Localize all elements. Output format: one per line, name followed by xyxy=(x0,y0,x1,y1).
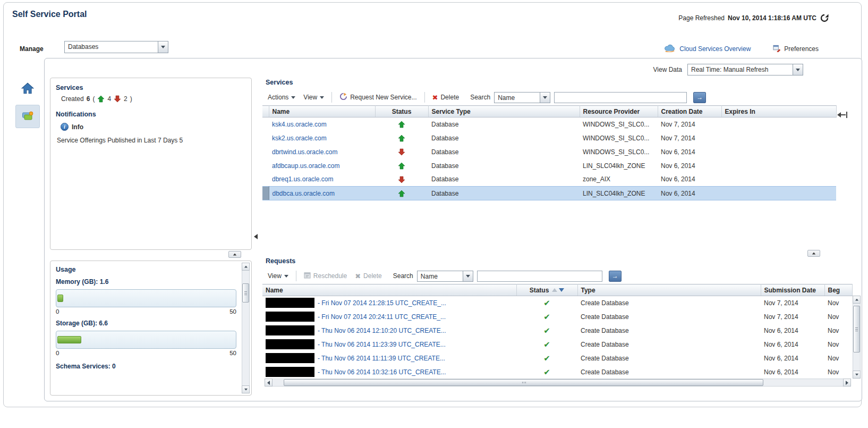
service-name-link[interactable]: ksk4.us.oracle.com xyxy=(272,121,327,128)
service-name-link[interactable]: dbdbca.us.oracle.com xyxy=(273,190,335,197)
requests-search-input[interactable] xyxy=(477,271,602,282)
notification-text: Service Offerings Published in Last 7 Da… xyxy=(57,137,246,144)
requests-view-menu-button[interactable]: View xyxy=(266,272,291,280)
cloud-icon xyxy=(663,44,676,54)
cloud-services-overview-link[interactable]: Cloud Services Overview xyxy=(663,44,751,54)
collapse-left-pane-button[interactable] xyxy=(228,251,241,258)
service-row[interactable]: dbrtwind.us.oracle.com Database WINDOWS_… xyxy=(262,145,836,159)
col-header-creation-date[interactable]: Creation Date xyxy=(658,106,721,118)
services-search-go-button[interactable]: → xyxy=(693,92,706,103)
storage-gauge xyxy=(56,331,236,349)
request-name-link[interactable]: - Fri Nov 07 2014 21:28:15 UTC_CREATE_..… xyxy=(318,299,446,307)
col-header-status[interactable]: Status xyxy=(516,284,577,296)
scrollbar-track[interactable] xyxy=(273,379,843,387)
delete-button[interactable]: ✖ Delete xyxy=(430,94,462,102)
col-header-submission-date[interactable]: Submission Date xyxy=(761,284,824,296)
request-row[interactable]: - Thu Nov 06 2014 10:32:16 UTC_CREATE...… xyxy=(262,365,852,379)
scrollbar-thumb[interactable] xyxy=(242,283,249,303)
sort-asc-icon[interactable] xyxy=(552,288,557,292)
manage-select[interactable]: Databases xyxy=(64,41,168,53)
preferences-link[interactable]: Preferences xyxy=(773,44,819,54)
triangle-left-icon xyxy=(267,381,270,385)
service-row[interactable]: ksk4.us.oracle.com Database WINDOWS_SI_S… xyxy=(262,118,836,131)
storage-metric-label: Storage (GB): 6.6 xyxy=(56,320,236,327)
scrollbar-track[interactable] xyxy=(853,304,861,371)
scroll-down-button[interactable] xyxy=(853,371,861,379)
triangle-up-icon xyxy=(244,266,248,268)
creation-date-cell: Nov 6, 2014 xyxy=(658,187,721,200)
request-name-link[interactable]: - Thu Nov 06 2014 10:32:16 UTC_CREATE... xyxy=(318,368,446,376)
col-header-begin-date[interactable]: Beg xyxy=(824,284,852,296)
service-row[interactable]: ksk2.us.oracle.com Database WINDOWS_SI_S… xyxy=(262,131,836,145)
service-type-cell: Database xyxy=(428,131,580,145)
scroll-up-button[interactable] xyxy=(242,263,250,271)
scrollbar-thumb[interactable] xyxy=(853,306,860,353)
service-type-cell: Database xyxy=(428,159,580,173)
col-header-service-type[interactable]: Service Type xyxy=(428,106,580,118)
request-row[interactable]: - Fri Nov 07 2014 20:24:11 UTC_CREATE_..… xyxy=(262,310,852,324)
view-menu-button[interactable]: View xyxy=(301,94,326,101)
refresh-icon[interactable] xyxy=(820,13,829,23)
requests-toolbar: View Reschedule ✖ Delete Search Name xyxy=(262,268,861,284)
col-header-resource-provider[interactable]: Resource Provider xyxy=(580,106,658,118)
begin-date-cell: Nov xyxy=(824,338,852,351)
requests-search-go-button[interactable]: → xyxy=(609,271,622,282)
actions-menu-button[interactable]: Actions xyxy=(266,94,297,101)
service-name-link[interactable]: dbreq1.us.oracle.com xyxy=(272,175,333,183)
creation-date-cell: Nov 6, 2014 xyxy=(658,159,721,173)
request-name-link[interactable]: - Thu Nov 06 2014 11:23:39 UTC_CREATE... xyxy=(318,341,446,348)
requests-h-scrollbar[interactable] xyxy=(265,379,851,387)
expires-in-cell xyxy=(721,187,836,200)
sidebar-tab-chargeback[interactable] xyxy=(15,105,40,128)
col-header-status[interactable]: Status xyxy=(375,106,428,118)
scroll-right-button[interactable] xyxy=(843,379,851,387)
info-icon: i xyxy=(61,123,69,131)
status-arrow-icon xyxy=(398,162,405,170)
view-data-select[interactable]: Real Time: Manual Refresh xyxy=(687,64,803,75)
restore-pane-handle[interactable] xyxy=(837,112,847,118)
col-header-name[interactable]: Name xyxy=(269,106,375,118)
requests-delete-button[interactable]: ✖ Delete xyxy=(353,272,384,280)
services-search-input[interactable] xyxy=(554,92,687,103)
request-row[interactable]: - Thu Nov 06 2014 11:11:39 UTC_CREATE...… xyxy=(262,351,852,365)
memory-metric-label: Memory (GB): 1.6 xyxy=(56,278,236,286)
memory-gauge-scale: 0 50 xyxy=(56,308,236,315)
service-name-link[interactable]: dbrtwind.us.oracle.com xyxy=(272,148,337,156)
success-check-icon: ✔ xyxy=(543,312,550,321)
request-row[interactable]: - Thu Nov 06 2014 12:10:20 UTC_CREATE...… xyxy=(262,324,852,338)
sidebar-tab-home[interactable] xyxy=(15,77,40,100)
up-arrow-icon xyxy=(97,95,105,103)
usage-scrollbar[interactable] xyxy=(242,263,250,393)
scroll-down-button[interactable] xyxy=(242,385,250,393)
splitter-collapse-button[interactable] xyxy=(254,234,258,239)
reschedule-button[interactable]: Reschedule xyxy=(302,272,349,280)
begin-date-cell: Nov xyxy=(824,310,852,324)
request-row[interactable]: - Thu Nov 06 2014 11:23:39 UTC_CREATE...… xyxy=(262,338,852,351)
scrollbar-track[interactable] xyxy=(242,271,250,385)
request-new-service-label: Request New Service... xyxy=(350,94,416,101)
request-name-link[interactable]: - Thu Nov 06 2014 12:10:20 UTC_CREATE... xyxy=(318,327,446,334)
col-header-type[interactable]: Type xyxy=(577,284,761,296)
actions-menu-label: Actions xyxy=(268,94,288,101)
scroll-left-button[interactable] xyxy=(265,379,273,387)
service-name-link[interactable]: afdbcaup.us.oracle.com xyxy=(272,162,339,170)
service-row[interactable]: dbreq1.us.oracle.com Database zone_AIX N… xyxy=(262,173,836,187)
request-name-link[interactable]: - Thu Nov 06 2014 11:11:39 UTC_CREATE... xyxy=(318,355,445,362)
services-search-category-select[interactable]: Name xyxy=(494,92,550,103)
request-name-link[interactable]: - Fri Nov 07 2014 20:24:11 UTC_CREATE_..… xyxy=(318,313,446,321)
requests-search-category-select[interactable]: Name xyxy=(417,271,473,282)
col-header-name[interactable]: Name xyxy=(262,284,516,296)
scroll-up-button[interactable] xyxy=(853,296,861,304)
service-row[interactable]: dbdbca.us.oracle.com Database LIN_SLC04l… xyxy=(262,187,836,200)
service-type-cell: Database xyxy=(428,187,580,200)
requests-v-scrollbar[interactable] xyxy=(853,296,861,379)
service-name-link[interactable]: ksk2.us.oracle.com xyxy=(272,135,327,142)
col-header-expires-in[interactable]: Expires In xyxy=(721,106,836,118)
chargeback-icon xyxy=(21,110,34,124)
request-new-service-button[interactable]: Request New Service... xyxy=(337,93,419,102)
scrollbar-thumb[interactable] xyxy=(284,379,763,386)
sort-desc-icon[interactable] xyxy=(559,288,564,292)
request-row[interactable]: - Fri Nov 07 2014 21:28:15 UTC_CREATE_..… xyxy=(262,296,852,310)
chevron-down-icon xyxy=(540,93,550,103)
service-row[interactable]: afdbcaup.us.oracle.com Database LIN_SLC0… xyxy=(262,159,836,173)
